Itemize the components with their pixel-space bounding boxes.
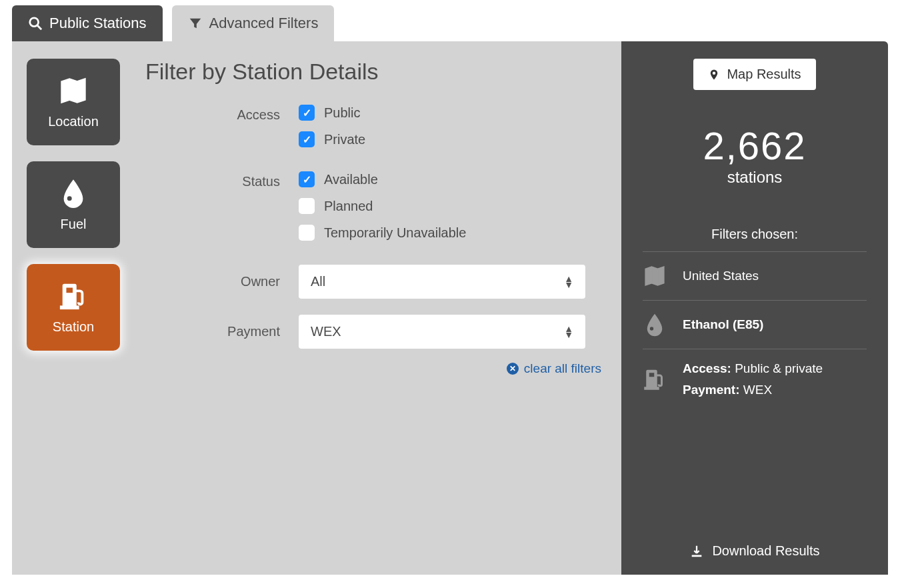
svg-rect-9 (645, 387, 659, 389)
checkbox-label: Public (324, 105, 360, 121)
map-icon (58, 75, 89, 106)
filter-icon (188, 16, 203, 31)
sort-caret-icon: ▲▼ (564, 276, 573, 287)
download-icon (689, 544, 704, 559)
tab-label: Public Stations (49, 15, 147, 32)
filter-form: Filter by Station Details Access Public … (139, 41, 621, 575)
svg-rect-4 (66, 287, 74, 293)
close-circle-icon: ✕ (507, 363, 519, 375)
map-results-button[interactable]: Map Results (693, 59, 815, 90)
row-owner: Owner All ▲▼ (145, 265, 605, 299)
chosen-filter-station: Access: Public & private Payment: WEX (643, 349, 867, 409)
pump-icon (643, 367, 667, 391)
results-panel: Map Results 2,662 stations Filters chose… (621, 41, 888, 575)
check-icon (299, 225, 315, 241)
svg-rect-5 (61, 306, 79, 309)
pump-icon (58, 281, 89, 311)
pin-icon (708, 67, 720, 82)
chosen-filter-fuel: Ethanol (E85) (643, 300, 867, 349)
clear-label: clear all filters (524, 361, 601, 376)
check-icon (299, 131, 315, 147)
payment-val: WEX (740, 383, 773, 397)
button-label: Map Results (727, 67, 801, 82)
row-access: Access Public Private (145, 105, 605, 147)
access-val: Public & private (731, 361, 823, 375)
filter-text: Ethanol (E85) (683, 317, 763, 331)
checkbox-temp-unavailable[interactable]: Temporarily Unavailable (299, 225, 466, 241)
check-icon (299, 171, 315, 187)
checkbox-label: Private (324, 132, 365, 147)
svg-rect-10 (692, 555, 702, 557)
check-icon (299, 198, 315, 214)
chosen-filter-location: United States (643, 251, 867, 300)
checkbox-label: Planned (324, 199, 373, 214)
access-label: Access (145, 105, 299, 123)
top-tabs: Public Stations Advanced Filters (0, 0, 900, 41)
owner-label: Owner (145, 274, 299, 289)
nav-location[interactable]: Location (27, 59, 120, 145)
status-label: Status (145, 171, 299, 189)
payment-key: Payment: (683, 383, 740, 397)
select-value: All (311, 274, 325, 289)
checkbox-label: Available (324, 172, 378, 187)
download-label: Download Results (712, 543, 819, 559)
nav-label: Station (53, 319, 94, 335)
checkbox-label: Temporarily Unavailable (324, 225, 466, 241)
search-icon (28, 16, 43, 31)
select-value: WEX (311, 324, 341, 339)
nav-fuel[interactable]: Fuel (27, 161, 120, 248)
station-count-label: stations (643, 168, 867, 187)
svg-point-2 (67, 195, 73, 201)
owner-select[interactable]: All ▲▼ (299, 265, 585, 299)
checkbox-private[interactable]: Private (299, 131, 365, 147)
clear-all-filters-link[interactable]: ✕ clear all filters (507, 361, 601, 376)
checkbox-public[interactable]: Public (299, 105, 365, 121)
drop-icon (643, 313, 667, 337)
filter-nav: Location Fuel Station (12, 41, 139, 575)
row-payment: Payment WEX ▲▼ (145, 315, 605, 349)
map-icon (643, 264, 667, 288)
tab-advanced-filters[interactable]: Advanced Filters (172, 5, 335, 41)
row-status: Status Available Planned Temporarily Una… (145, 171, 605, 241)
download-results-link[interactable]: Download Results (621, 543, 888, 559)
access-key: Access: (683, 361, 731, 375)
station-count: 2,662 (643, 123, 867, 168)
filter-panel: Location Fuel Station Filter by Station … (12, 41, 888, 575)
nav-label: Fuel (61, 217, 87, 232)
svg-point-0 (30, 18, 39, 27)
filter-text: United States (683, 269, 867, 283)
svg-line-1 (37, 25, 41, 29)
tab-public-stations[interactable]: Public Stations (12, 5, 163, 41)
drop-icon (58, 178, 89, 209)
svg-point-6 (649, 327, 654, 331)
check-icon (299, 105, 315, 121)
payment-label: Payment (145, 324, 299, 339)
payment-select[interactable]: WEX ▲▼ (299, 315, 585, 349)
nav-label: Location (48, 114, 99, 129)
sort-caret-icon: ▲▼ (564, 326, 573, 337)
nav-station[interactable]: Station (27, 264, 120, 351)
filters-chosen-title: Filters chosen: (643, 227, 867, 242)
svg-rect-8 (649, 373, 655, 378)
checkbox-planned[interactable]: Planned (299, 198, 466, 214)
checkbox-available[interactable]: Available (299, 171, 466, 187)
tab-label: Advanced Filters (209, 15, 319, 32)
page-title: Filter by Station Details (145, 59, 605, 85)
